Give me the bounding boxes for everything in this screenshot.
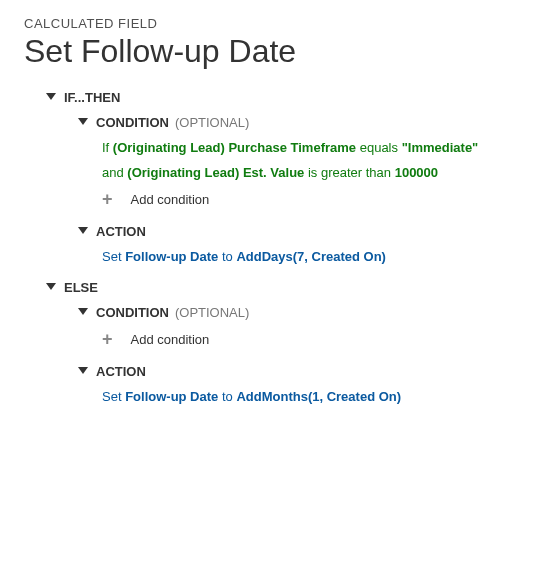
cond-prefix: and (102, 165, 124, 180)
svg-marker-1 (78, 118, 88, 125)
svg-marker-2 (78, 227, 88, 234)
add-condition-label: Add condition (131, 332, 210, 347)
action-field: Follow-up Date (125, 389, 218, 404)
chevron-down-icon (44, 91, 58, 105)
condition-line-1[interactable]: If (Originating Lead) Purchase Timeframe… (24, 140, 509, 155)
action-line-1[interactable]: Set Follow-up Date to AddDays(7, Created… (24, 249, 509, 264)
cond-operator: is greater than (308, 165, 391, 180)
add-condition-button[interactable]: + Add condition (24, 330, 509, 348)
plus-icon: + (102, 330, 113, 348)
optional-label: (OPTIONAL) (175, 115, 249, 130)
condition-label: CONDITION (96, 115, 169, 130)
cond-field: (Originating Lead) Est. Value (127, 165, 304, 180)
chevron-down-icon (76, 116, 90, 130)
plus-icon: + (102, 190, 113, 208)
action-function: AddMonths(1, Created On) (236, 389, 401, 404)
svg-marker-4 (78, 308, 88, 315)
action-field: Follow-up Date (125, 249, 218, 264)
chevron-down-icon (76, 365, 90, 379)
if-then-section: IF...THEN CONDITION (OPTIONAL) If (Origi… (24, 90, 509, 264)
action-prefix: Set (102, 249, 122, 264)
else-header-row[interactable]: ELSE (24, 280, 509, 295)
action-prefix: Set (102, 389, 122, 404)
action-middle: to (222, 389, 233, 404)
if-then-label: IF...THEN (64, 90, 120, 105)
svg-marker-3 (46, 283, 56, 290)
else-condition-header-row[interactable]: CONDITION (OPTIONAL) (24, 305, 509, 320)
chevron-down-icon (44, 281, 58, 295)
cond-field: (Originating Lead) Purchase Timeframe (113, 140, 356, 155)
cond-prefix: If (102, 140, 109, 155)
chevron-down-icon (76, 225, 90, 239)
action-middle: to (222, 249, 233, 264)
svg-marker-0 (46, 93, 56, 100)
chevron-down-icon (76, 306, 90, 320)
add-condition-label: Add condition (131, 192, 210, 207)
condition-label: CONDITION (96, 305, 169, 320)
condition-line-2[interactable]: and (Originating Lead) Est. Value is gre… (24, 165, 509, 180)
action-line-2[interactable]: Set Follow-up Date to AddMonths(1, Creat… (24, 389, 509, 404)
breadcrumb: CALCULATED FIELD (24, 16, 509, 31)
action-label: ACTION (96, 224, 146, 239)
else-action-header-row[interactable]: ACTION (24, 364, 509, 379)
optional-label: (OPTIONAL) (175, 305, 249, 320)
else-label: ELSE (64, 280, 98, 295)
page-title: Set Follow-up Date (24, 33, 509, 70)
condition-header-row[interactable]: CONDITION (OPTIONAL) (24, 115, 509, 130)
action-header-row[interactable]: ACTION (24, 224, 509, 239)
action-function: AddDays(7, Created On) (236, 249, 386, 264)
cond-value: "Immediate" (402, 140, 479, 155)
cond-operator: equals (360, 140, 398, 155)
if-then-header-row[interactable]: IF...THEN (24, 90, 509, 105)
else-section: ELSE CONDITION (OPTIONAL) + Add conditio… (24, 280, 509, 404)
cond-value: 100000 (395, 165, 438, 180)
svg-marker-5 (78, 367, 88, 374)
add-condition-button[interactable]: + Add condition (24, 190, 509, 208)
action-label: ACTION (96, 364, 146, 379)
